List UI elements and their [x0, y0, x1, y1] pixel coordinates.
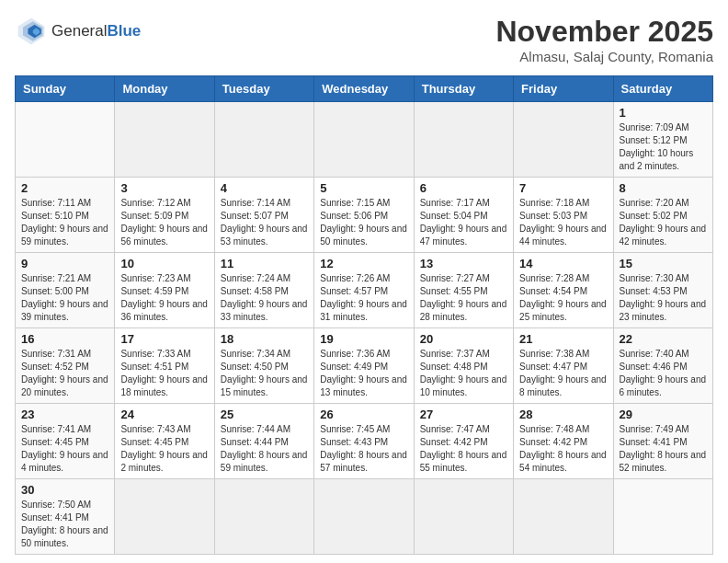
month-title: November 2025: [495, 15, 713, 49]
day-info: Sunrise: 7:36 AM Sunset: 4:49 PM Dayligh…: [320, 348, 407, 399]
table-row: 18Sunrise: 7:34 AM Sunset: 4:50 PM Dayli…: [214, 328, 313, 404]
table-row: 10Sunrise: 7:23 AM Sunset: 4:59 PM Dayli…: [115, 253, 214, 328]
week-row-4: 23Sunrise: 7:41 AM Sunset: 4:45 PM Dayli…: [16, 404, 713, 479]
day-info: Sunrise: 7:50 AM Sunset: 4:41 PM Dayligh…: [21, 499, 108, 550]
header-friday: Friday: [514, 76, 613, 102]
day-info: Sunrise: 7:24 AM Sunset: 4:58 PM Dayligh…: [221, 272, 308, 324]
table-row: 20Sunrise: 7:37 AM Sunset: 4:48 PM Dayli…: [414, 328, 513, 404]
day-number: 30: [21, 483, 108, 497]
table-row: 21Sunrise: 7:38 AM Sunset: 4:47 PM Dayli…: [514, 328, 613, 404]
day-number: 19: [320, 332, 407, 346]
generalblue-logo-icon: [15, 15, 48, 48]
day-info: Sunrise: 7:48 AM Sunset: 4:42 PM Dayligh…: [519, 423, 607, 475]
day-number: 21: [519, 332, 607, 346]
table-row: 12Sunrise: 7:26 AM Sunset: 4:57 PM Dayli…: [314, 253, 414, 328]
location-subtitle: Almasu, Salaj County, Romania: [495, 49, 713, 64]
table-row: 13Sunrise: 7:27 AM Sunset: 4:55 PM Dayli…: [414, 253, 513, 328]
day-number: 10: [120, 257, 208, 270]
table-row: 28Sunrise: 7:48 AM Sunset: 4:42 PM Dayli…: [514, 404, 613, 479]
day-info: Sunrise: 7:11 AM Sunset: 5:10 PM Dayligh…: [21, 197, 108, 248]
table-row: 27Sunrise: 7:47 AM Sunset: 4:42 PM Dayli…: [414, 404, 513, 479]
table-row: 11Sunrise: 7:24 AM Sunset: 4:58 PM Dayli…: [214, 253, 313, 328]
table-row: 16Sunrise: 7:31 AM Sunset: 4:52 PM Dayli…: [16, 328, 115, 404]
table-row: 24Sunrise: 7:43 AM Sunset: 4:45 PM Dayli…: [115, 404, 214, 479]
day-number: 9: [21, 257, 108, 270]
calendar-table: Sunday Monday Tuesday Wednesday Thursday…: [15, 75, 713, 555]
day-info: Sunrise: 7:33 AM Sunset: 4:51 PM Dayligh…: [120, 348, 208, 399]
day-info: Sunrise: 7:43 AM Sunset: 4:45 PM Dayligh…: [120, 423, 208, 475]
week-row-3: 16Sunrise: 7:31 AM Sunset: 4:52 PM Dayli…: [16, 328, 713, 404]
day-number: 5: [320, 181, 407, 195]
table-row: 30Sunrise: 7:50 AM Sunset: 4:41 PM Dayli…: [16, 479, 115, 555]
week-row-1: 2Sunrise: 7:11 AM Sunset: 5:10 PM Daylig…: [16, 178, 713, 253]
table-row: 25Sunrise: 7:44 AM Sunset: 4:44 PM Dayli…: [214, 404, 313, 479]
table-row: 23Sunrise: 7:41 AM Sunset: 4:45 PM Dayli…: [16, 404, 115, 479]
day-info: Sunrise: 7:44 AM Sunset: 4:44 PM Dayligh…: [221, 423, 308, 475]
day-number: 22: [620, 332, 707, 346]
table-row: 5Sunrise: 7:15 AM Sunset: 5:06 PM Daylig…: [314, 178, 414, 253]
day-number: 14: [519, 257, 607, 270]
day-number: 4: [221, 181, 308, 195]
day-info: Sunrise: 7:18 AM Sunset: 5:03 PM Dayligh…: [519, 197, 607, 248]
day-info: Sunrise: 7:14 AM Sunset: 5:07 PM Dayligh…: [221, 197, 308, 248]
header-thursday: Thursday: [414, 76, 513, 102]
table-row: [214, 102, 313, 178]
calendar-title-area: November 2025 Almasu, Salaj County, Roma…: [495, 15, 713, 64]
table-row: [514, 479, 613, 555]
day-number: 15: [620, 257, 707, 270]
calendar-header-row: Sunday Monday Tuesday Wednesday Thursday…: [16, 76, 713, 102]
table-row: [115, 102, 214, 178]
header-wednesday: Wednesday: [314, 76, 414, 102]
table-row: 15Sunrise: 7:30 AM Sunset: 4:53 PM Dayli…: [613, 253, 712, 328]
day-info: Sunrise: 7:17 AM Sunset: 5:04 PM Dayligh…: [420, 197, 507, 248]
day-number: 7: [519, 181, 607, 195]
table-row: [514, 102, 613, 178]
table-row: [214, 479, 313, 555]
day-info: Sunrise: 7:41 AM Sunset: 4:45 PM Dayligh…: [21, 423, 108, 475]
day-info: Sunrise: 7:37 AM Sunset: 4:48 PM Dayligh…: [420, 348, 507, 399]
day-number: 11: [221, 257, 308, 270]
day-info: Sunrise: 7:45 AM Sunset: 4:43 PM Dayligh…: [320, 423, 407, 475]
day-info: Sunrise: 7:28 AM Sunset: 4:54 PM Dayligh…: [519, 272, 607, 324]
day-info: Sunrise: 7:15 AM Sunset: 5:06 PM Dayligh…: [320, 197, 407, 248]
table-row: [314, 479, 414, 555]
table-row: 17Sunrise: 7:33 AM Sunset: 4:51 PM Dayli…: [115, 328, 214, 404]
logo-text: GeneralBlue: [51, 23, 141, 40]
day-number: 17: [120, 332, 208, 346]
week-row-5: 30Sunrise: 7:50 AM Sunset: 4:41 PM Dayli…: [16, 479, 713, 555]
day-number: 6: [420, 181, 507, 195]
table-row: 22Sunrise: 7:40 AM Sunset: 4:46 PM Dayli…: [613, 328, 712, 404]
day-info: Sunrise: 7:21 AM Sunset: 5:00 PM Dayligh…: [21, 272, 108, 324]
day-number: 3: [120, 181, 208, 195]
day-number: 27: [420, 408, 507, 421]
day-info: Sunrise: 7:47 AM Sunset: 4:42 PM Dayligh…: [420, 423, 507, 475]
day-number: 16: [21, 332, 108, 346]
day-info: Sunrise: 7:30 AM Sunset: 4:53 PM Dayligh…: [620, 272, 707, 324]
table-row: 1Sunrise: 7:09 AM Sunset: 5:12 PM Daylig…: [613, 102, 712, 178]
day-number: 24: [120, 408, 208, 421]
table-row: [314, 102, 414, 178]
page-header: GeneralBlue November 2025 Almasu, Salaj …: [15, 15, 713, 64]
table-row: [16, 102, 115, 178]
day-number: 1: [620, 106, 707, 120]
table-row: 3Sunrise: 7:12 AM Sunset: 5:09 PM Daylig…: [115, 178, 214, 253]
day-info: Sunrise: 7:20 AM Sunset: 5:02 PM Dayligh…: [620, 197, 707, 248]
day-number: 2: [21, 181, 108, 195]
header-monday: Monday: [115, 76, 214, 102]
day-number: 28: [519, 408, 607, 421]
day-info: Sunrise: 7:09 AM Sunset: 5:12 PM Dayligh…: [620, 121, 707, 173]
day-number: 8: [620, 181, 707, 195]
table-row: [414, 102, 513, 178]
day-number: 18: [221, 332, 308, 346]
table-row: 6Sunrise: 7:17 AM Sunset: 5:04 PM Daylig…: [414, 178, 513, 253]
week-row-2: 9Sunrise: 7:21 AM Sunset: 5:00 PM Daylig…: [16, 253, 713, 328]
day-number: 26: [320, 408, 407, 421]
logo: GeneralBlue: [15, 15, 141, 48]
day-info: Sunrise: 7:23 AM Sunset: 4:59 PM Dayligh…: [120, 272, 208, 324]
table-row: [414, 479, 513, 555]
table-row: 14Sunrise: 7:28 AM Sunset: 4:54 PM Dayli…: [514, 253, 613, 328]
day-number: 25: [221, 408, 308, 421]
day-number: 23: [21, 408, 108, 421]
table-row: 26Sunrise: 7:45 AM Sunset: 4:43 PM Dayli…: [314, 404, 414, 479]
day-info: Sunrise: 7:34 AM Sunset: 4:50 PM Dayligh…: [221, 348, 308, 399]
